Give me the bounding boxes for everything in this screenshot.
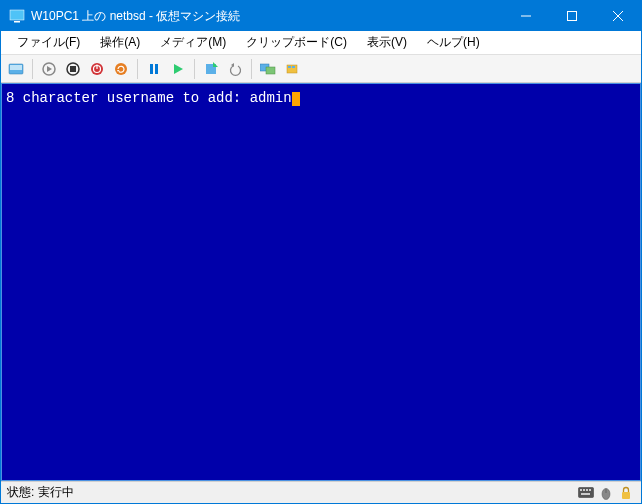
close-button[interactable]	[595, 1, 641, 31]
reset-button[interactable]	[110, 58, 132, 80]
share-button[interactable]	[281, 58, 303, 80]
toolbar	[1, 55, 641, 83]
enhanced-session-button[interactable]	[257, 58, 279, 80]
status-text: 状態: 実行中	[7, 484, 575, 501]
svg-rect-17	[150, 64, 153, 74]
menu-media[interactable]: メディア(M)	[150, 31, 236, 54]
ctrl-alt-del-button[interactable]	[5, 58, 27, 80]
svg-rect-31	[586, 489, 588, 491]
menu-clipboard[interactable]: クリップボード(C)	[236, 31, 357, 54]
svg-rect-1	[14, 21, 20, 23]
revert-button[interactable]	[224, 58, 246, 80]
svg-rect-33	[581, 493, 590, 495]
svg-point-15	[115, 63, 127, 75]
app-icon	[9, 8, 25, 24]
vm-connect-window: W10PC1 上の netbsd - 仮想マシン接続 ファイル(F) 操作(A)…	[0, 0, 642, 504]
separator	[194, 59, 195, 79]
titlebar[interactable]: W10PC1 上の netbsd - 仮想マシン接続	[1, 1, 641, 31]
keyboard-icon	[577, 484, 595, 502]
mouse-icon	[597, 484, 615, 502]
minimize-button[interactable]	[503, 1, 549, 31]
menu-action[interactable]: 操作(A)	[90, 31, 150, 54]
checkpoint-button[interactable]	[200, 58, 222, 80]
svg-rect-36	[622, 492, 630, 499]
menu-help[interactable]: ヘルプ(H)	[417, 31, 490, 54]
svg-rect-27	[292, 66, 295, 68]
svg-rect-30	[583, 489, 585, 491]
svg-rect-24	[266, 67, 275, 74]
svg-marker-21	[213, 62, 218, 67]
turnoff-button[interactable]	[62, 58, 84, 80]
console-input: admin	[250, 90, 292, 106]
svg-rect-32	[589, 489, 591, 491]
menu-view[interactable]: 表示(V)	[357, 31, 417, 54]
statusbar: 状態: 実行中	[1, 481, 641, 503]
resume-button[interactable]	[167, 58, 189, 80]
window-controls	[503, 1, 641, 31]
svg-rect-0	[10, 10, 24, 20]
svg-rect-3	[568, 12, 577, 21]
shutdown-button[interactable]	[86, 58, 108, 80]
separator	[137, 59, 138, 79]
cursor-icon	[292, 92, 300, 106]
console-line: 8 character username to add: admin	[6, 90, 636, 106]
menubar: ファイル(F) 操作(A) メディア(M) クリップボード(C) 表示(V) ヘ…	[1, 31, 641, 55]
svg-rect-29	[580, 489, 582, 491]
vm-console[interactable]: 8 character username to add: admin	[1, 83, 641, 481]
svg-rect-26	[288, 66, 291, 68]
separator	[32, 59, 33, 79]
svg-marker-19	[174, 64, 183, 74]
svg-rect-18	[155, 64, 158, 74]
svg-marker-9	[47, 66, 52, 72]
start-button[interactable]	[38, 58, 60, 80]
lock-icon	[617, 484, 635, 502]
svg-rect-11	[70, 66, 76, 72]
separator	[251, 59, 252, 79]
maximize-button[interactable]	[549, 1, 595, 31]
pause-button[interactable]	[143, 58, 165, 80]
svg-rect-7	[10, 65, 22, 70]
menu-file[interactable]: ファイル(F)	[7, 31, 90, 54]
console-prompt: 8 character username to add:	[6, 90, 250, 106]
window-title: W10PC1 上の netbsd - 仮想マシン接続	[31, 8, 503, 25]
